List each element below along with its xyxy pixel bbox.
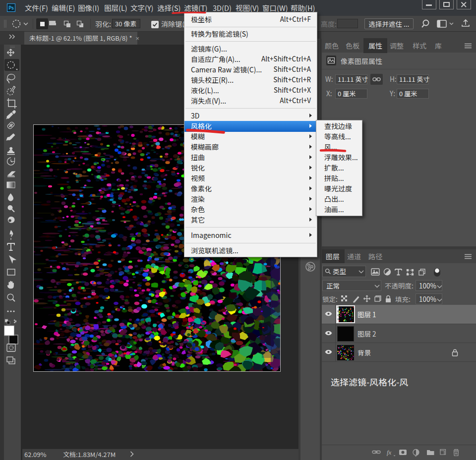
svg-text:fx: fx — [387, 449, 392, 456]
